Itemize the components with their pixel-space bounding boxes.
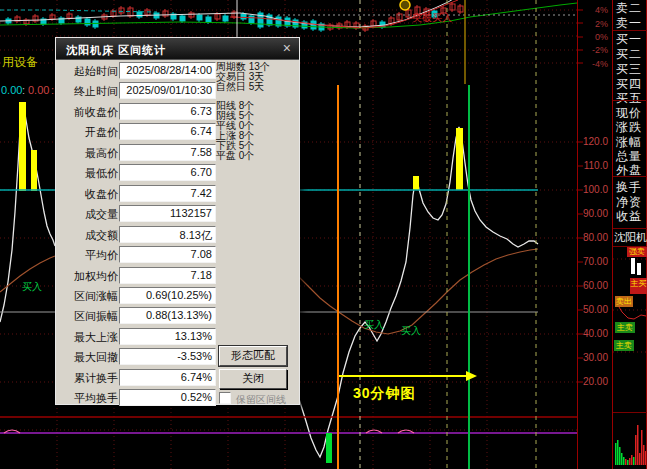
pattern-match-button[interactable]: 形态匹配: [219, 346, 287, 366]
indicator-line: [299, 249, 538, 334]
keep-interval-lines-label: 保留区间线: [236, 393, 286, 407]
dialog-field-value[interactable]: 2025/08/28/14:00: [119, 62, 216, 79]
timeframe-annotation: 30分钟图: [353, 386, 416, 400]
price-axis-label: 110.0: [578, 161, 608, 171]
dialog-field-value[interactable]: 7.08: [119, 246, 216, 263]
quote-separator: [613, 246, 647, 247]
mini-volume-bar: [639, 453, 641, 465]
quote-signal-badge: 主买: [630, 278, 647, 294]
quote-row-换手: 换手: [616, 181, 642, 193]
green-volume-bar: [326, 433, 332, 463]
dialog-field-label: 起始时间: [58, 64, 118, 79]
indicator-value-1: 0.00: [1, 85, 22, 96]
quote-separator: [613, 176, 647, 177]
candle-body: [249, 16, 254, 23]
dialog-field-label: 前收盘价: [58, 105, 118, 120]
percent-axis-label: 6%: [580, 0, 608, 2]
mini-volume-bar: [635, 435, 637, 465]
mini-volume-bar: [617, 440, 619, 465]
dialog-field-label: 平均价: [58, 248, 118, 263]
dialog-field-value[interactable]: -3.53%: [119, 348, 216, 365]
mini-volume-bar: [627, 460, 629, 465]
dialog-stat: 平盘 0个: [216, 149, 298, 163]
dialog-field-label: 成交量: [58, 207, 118, 222]
quote-row-买二: 买二: [616, 48, 642, 60]
interval-statistics-dialog: 沈阳机床 区间统计 × 起始时间2025/08/28/14:00终止时间2025…: [55, 37, 300, 405]
quote-panel-border: [612, 0, 613, 469]
quote-signal-badge: 主卖: [614, 340, 634, 351]
buy-marker-2: 买入: [401, 326, 421, 336]
percent-axis-label: 4%: [580, 6, 608, 15]
signal-bar: [31, 150, 37, 191]
keep-interval-lines-checkbox[interactable]: [219, 392, 231, 404]
sector-label: 用设备: [2, 56, 38, 68]
dialog-field-label: 开盘价: [58, 125, 118, 140]
trading-app-screen: 用设备 0.00 : 0.00 : 突破买入 买入 买入 买入 30分钟图 6%…: [0, 0, 647, 469]
buy-marker-1: 买入: [364, 320, 384, 330]
quote-separator: [613, 412, 647, 413]
dialog-field-value[interactable]: 7.42: [119, 185, 216, 202]
percent-axis-label: 0%: [580, 33, 608, 42]
price-axis-label: 30.00: [578, 353, 608, 363]
dialog-field-label: 区间振幅: [58, 309, 118, 324]
dialog-field-label: 区间涨幅: [58, 289, 118, 304]
dialog-field-value[interactable]: 13.13%: [119, 328, 216, 345]
quote-row-卖一: 卖一: [616, 17, 642, 29]
dialog-field-label: 累计换手: [58, 371, 118, 386]
quote-signal-badge: 主卖: [615, 322, 635, 333]
dialog-field-value[interactable]: 6.73: [119, 103, 216, 120]
mini-volume-bar: [615, 443, 617, 465]
close-icon[interactable]: ×: [283, 40, 291, 56]
price-axis-label: 70.00: [578, 257, 608, 267]
dialog-field-value[interactable]: 6.74%: [119, 369, 216, 386]
dialog-field-value[interactable]: 1132157: [119, 205, 216, 222]
mini-volume-bar: [643, 445, 645, 465]
price-axis-label: 90.00: [578, 209, 608, 219]
dialog-field-value[interactable]: 0.69(10.25%): [119, 287, 216, 304]
signal-bar: [413, 176, 419, 190]
candle-body: [197, 15, 202, 20]
price-axis-label: 80.00: [578, 233, 608, 243]
dialog-field-value[interactable]: 7.18: [119, 267, 216, 284]
quote-row-总量: 总量: [616, 150, 642, 162]
price-axis-label: 120.0: [578, 137, 608, 147]
indicator-colon-2: :: [51, 85, 54, 96]
indicator-colon-1: :: [22, 85, 25, 96]
close-button[interactable]: 关闭: [219, 369, 287, 389]
price-axis-label: 20.00: [578, 377, 608, 387]
dialog-field-value[interactable]: 0.52%: [119, 389, 216, 406]
dialog-field-value[interactable]: 2025/09/01/10:30: [119, 82, 216, 99]
quote-signal-badge: 强卖: [627, 246, 647, 257]
price-axis-label: 60.00: [578, 281, 608, 291]
candle-body: [241, 14, 246, 19]
quote-row-卖二: 卖二: [616, 2, 642, 14]
mini-candle: [637, 263, 641, 275]
candle-body: [85, 19, 90, 25]
quote-row-买三: 买三: [616, 63, 642, 75]
dialog-field-label: 最大上涨: [58, 330, 118, 345]
dialog-title-bar[interactable]: 沈阳机床 区间统计 ×: [56, 38, 299, 60]
candle-body: [206, 17, 211, 22]
dialog-field-label: 最低价: [58, 166, 118, 181]
price-axis-label: 100.0: [578, 185, 608, 195]
dialog-field-label: 最高价: [58, 146, 118, 161]
dialog-field-value[interactable]: 7.58: [119, 144, 216, 161]
quote-separator: [613, 228, 647, 229]
dialog-field-value[interactable]: 8.13亿: [119, 226, 216, 243]
mini-volume-bar: [619, 447, 621, 465]
quote-signal-badge: 卖出: [615, 296, 633, 307]
percent-axis-label: -4%: [580, 60, 608, 69]
quote-row-涨跌: 涨跌: [616, 121, 642, 133]
dialog-field-value[interactable]: 6.70: [119, 164, 216, 181]
dialog-field-label: 最大回撤: [58, 350, 118, 365]
dialog-field-value[interactable]: 6.74: [119, 123, 216, 140]
quote-row-外盘: 外盘: [616, 164, 642, 176]
buy-marker-left: 买入: [22, 282, 42, 292]
price-axis-label: 50.00: [578, 305, 608, 315]
annotation-arrow-head: [466, 371, 477, 381]
dialog-field-value[interactable]: 0.88(13.13%): [119, 307, 216, 324]
price-axis-label: 40.00: [578, 329, 608, 339]
percent-axis-label: 2%: [580, 20, 608, 29]
indicator-value-2: 0.00: [28, 85, 49, 96]
percent-axis-label: -2%: [580, 46, 608, 55]
